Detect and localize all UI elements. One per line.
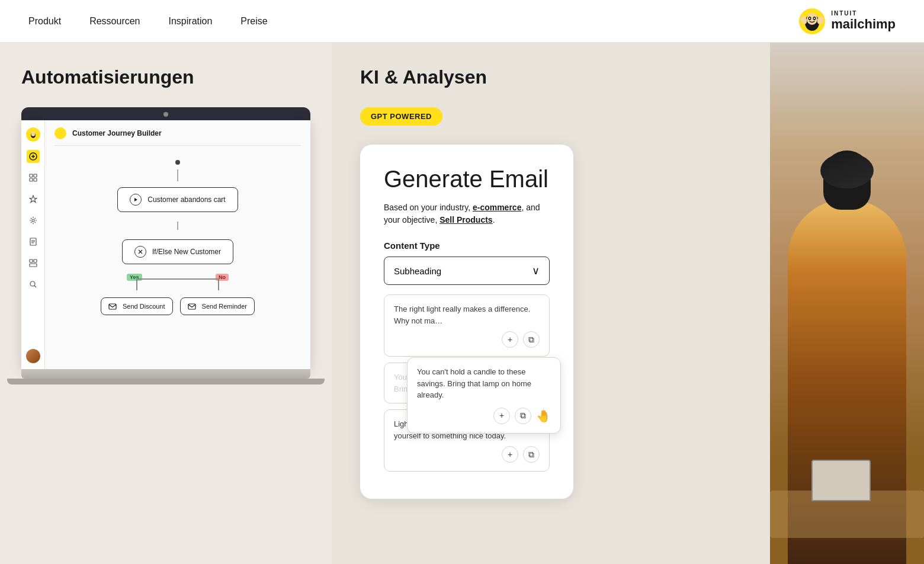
- laptop-mockup: Customer Journey Builder: [21, 107, 310, 384]
- nav-links: Produkt Ressourcen Inspiration Preise: [28, 16, 268, 27]
- content-type-value: Subheading: [394, 266, 441, 276]
- cjb-nav-settings[interactable]: [27, 214, 40, 227]
- cjb-user-avatar: [26, 349, 40, 363]
- svg-rect-20: [34, 259, 37, 262]
- suggestion-3-add[interactable]: +: [502, 446, 518, 463]
- connector-1: [177, 222, 178, 230]
- gen-email-title: Generate Email: [384, 166, 550, 192]
- svg-rect-16: [34, 178, 37, 181]
- logo[interactable]: INTUIT mailchimp: [798, 7, 896, 36]
- cjb-header-title: Customer Journey Builder: [72, 129, 162, 137]
- logo-mailchimp: mailchimp: [831, 17, 896, 32]
- svg-rect-21: [30, 264, 37, 267]
- suggestion-3-actions: + ⧉: [394, 446, 540, 463]
- laptop-screen: Customer Journey Builder: [21, 120, 310, 369]
- ecommerce-link[interactable]: e-commerce: [473, 203, 522, 212]
- suggestion-1-copy[interactable]: ⧉: [523, 331, 540, 348]
- suggestion-1-actions: + ⧉: [394, 331, 540, 348]
- tooltip-copy-btn[interactable]: ⧉: [515, 408, 531, 424]
- section-automatisierungen: Automatisierungen: [0, 43, 332, 564]
- section-ki: KI & Analysen GPT POWERED Generate Email…: [332, 43, 770, 564]
- svg-marker-23: [134, 198, 137, 201]
- hand-cursor-icon: 🤚: [536, 407, 551, 425]
- svg-rect-14: [34, 174, 37, 177]
- suggestion-1: The right light really makes a differenc…: [384, 294, 550, 357]
- generate-email-card: Generate Email Based on your industry, e…: [360, 145, 573, 499]
- mail-icon-2: [188, 303, 196, 310]
- cjb-main-area: Customer Journey Builder: [45, 120, 310, 369]
- gpt-badge: GPT POWERED: [360, 107, 442, 126]
- auto-title: Automatisierungen: [21, 66, 310, 88]
- tooltip-popup: You can't hold a candle to these savings…: [407, 357, 561, 434]
- gen-email-subtitle: Based on your industry, e-commerce, and …: [384, 201, 550, 226]
- journey-nodes: Customer abandons cart: [54, 187, 301, 315]
- cjb-nav-doc[interactable]: [27, 235, 40, 248]
- mailchimp-small-icon: [26, 127, 40, 142]
- laptop-keyboard: [7, 379, 325, 384]
- nav-produkt[interactable]: Produkt: [28, 16, 61, 27]
- content-type-label: Content Type: [384, 241, 550, 251]
- suggestion-1-text: The right light really makes a differenc…: [394, 305, 530, 325]
- logo-intuit: INTUIT: [831, 10, 896, 17]
- svg-rect-24: [109, 304, 116, 309]
- node-abandon-label: Customer abandons cart: [147, 196, 225, 204]
- tooltip-add-btn[interactable]: +: [493, 408, 510, 424]
- node-reminder-label: Send Reminder: [202, 303, 247, 310]
- cjb-nav-search[interactable]: [27, 278, 40, 291]
- svg-point-5: [809, 17, 810, 18]
- svg-point-22: [30, 281, 35, 286]
- node-abandon-cart[interactable]: Customer abandons cart: [117, 187, 238, 212]
- suggestion-2: You can't ho…Bring that lamp on home alr…: [384, 363, 550, 403]
- cjb-nav-spark[interactable]: [27, 193, 40, 206]
- navigation: Produkt Ressourcen Inspiration Preise IN…: [0, 0, 924, 43]
- cjb-nav-chart[interactable]: [27, 257, 40, 270]
- connector-line-top: [177, 169, 178, 181]
- content-type-select[interactable]: Subheading ∨: [384, 257, 550, 285]
- node-ifelse[interactable]: If/Else New Customer: [122, 239, 233, 264]
- nav-preise[interactable]: Preise: [240, 16, 267, 27]
- branch-yes-label: Yes: [127, 274, 142, 281]
- node-ifelse-label: If/Else New Customer: [152, 248, 221, 256]
- seg-background: [770, 43, 924, 564]
- chevron-down-icon: ∨: [532, 264, 540, 277]
- tooltip-text: You can't hold a candle to these savings…: [417, 367, 531, 399]
- cjb-nav-grid[interactable]: [27, 171, 40, 184]
- suggestion-3-copy[interactable]: ⧉: [523, 446, 540, 463]
- node-send-reminder[interactable]: Send Reminder: [180, 297, 255, 315]
- svg-rect-13: [30, 174, 33, 177]
- svg-point-11: [31, 132, 35, 136]
- svg-rect-25: [188, 304, 195, 309]
- svg-point-6: [814, 17, 815, 18]
- main-content: Automatisierungen: [0, 43, 924, 564]
- nav-ressourcen[interactable]: Ressourcen: [89, 16, 140, 27]
- laptop-base: [21, 369, 310, 379]
- cjb-sidebar: [21, 120, 45, 369]
- nav-inspiration[interactable]: Inspiration: [169, 16, 213, 27]
- svg-point-17: [32, 219, 34, 222]
- mailchimp-monkey-icon: [798, 7, 826, 36]
- mail-icon: [108, 303, 117, 310]
- branch-section: Yes No Send Discount: [89, 274, 267, 315]
- node-discount-label: Send Discount: [123, 303, 165, 310]
- sell-products-link[interactable]: Sell Products: [439, 215, 492, 225]
- ki-title: KI & Analysen: [360, 66, 742, 88]
- svg-rect-15: [30, 178, 33, 181]
- play-icon: [130, 194, 142, 206]
- branch-icon: [134, 246, 146, 258]
- start-dot: [175, 160, 180, 165]
- svg-rect-19: [30, 259, 33, 262]
- cjb-header: Customer Journey Builder: [54, 127, 301, 146]
- section-segmentierung: Segmentierung: [770, 43, 924, 564]
- cjb-nav-edit[interactable]: [27, 150, 40, 163]
- suggestion-1-add[interactable]: +: [502, 331, 518, 348]
- node-send-discount[interactable]: Send Discount: [101, 297, 173, 315]
